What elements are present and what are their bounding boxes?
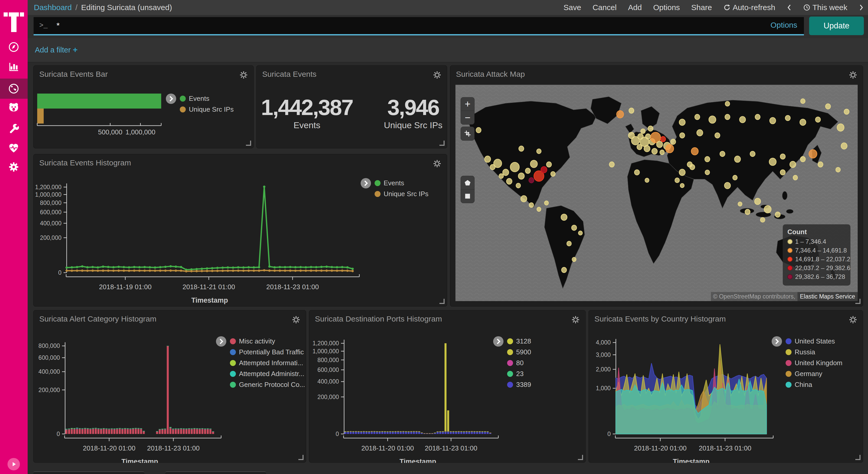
legend-dot-icon <box>507 371 513 377</box>
svg-text:200,000: 200,000 <box>38 387 60 393</box>
panel-events-by-country-histogram: Suricata Events by Country Histogram 01,… <box>588 310 863 463</box>
cancel-button[interactable]: Cancel <box>593 3 617 12</box>
legend-item[interactable]: United States <box>785 337 842 345</box>
panel-title: Suricata Events by Country Histogram <box>594 315 726 323</box>
panel-gear-icon[interactable] <box>848 70 858 80</box>
panel-alert-category-histogram: Suricata Alert Category Histogram 0200,0… <box>33 310 306 463</box>
world-map[interactable]: + − Count 1 – 7,346.47,346.4 – 14,691.81… <box>456 85 858 301</box>
map-legend-label: 29,382.6 – 36,728 <box>795 273 845 280</box>
save-button[interactable]: Save <box>563 3 581 12</box>
legend-item[interactable]: Generic Protocol Co... <box>230 381 305 389</box>
chevron-right-icon[interactable] <box>859 4 864 11</box>
legend-item[interactable]: Unique Src IPs <box>180 106 234 114</box>
legend-item[interactable]: Attempted Administr... <box>230 370 305 378</box>
bar-chart-icon[interactable] <box>8 61 20 72</box>
panel-gear-icon[interactable] <box>291 315 301 324</box>
legend-item[interactable]: Events <box>180 95 234 102</box>
panel-resize-handle[interactable] <box>246 141 251 146</box>
legend-label: 5900 <box>516 348 531 356</box>
map-attribution: © OpenStreetMap contributors, Elastic Ma… <box>711 292 858 301</box>
search-input[interactable]: >_ * Options <box>34 17 804 35</box>
svg-text:800,000: 800,000 <box>38 343 60 349</box>
legend-item[interactable]: Events <box>375 179 428 187</box>
map-legend: Count 1 – 7,346.47,346.4 – 14,691.814,69… <box>783 224 850 286</box>
legend-item[interactable]: Potentially Bad Traffic <box>230 348 305 356</box>
bear-icon[interactable] <box>8 101 20 114</box>
zoom-in-button[interactable]: + <box>461 97 474 111</box>
svg-text:1,000,000: 1,000,000 <box>313 348 339 355</box>
zoom-out-button[interactable]: − <box>461 111 474 124</box>
panel-gear-icon[interactable] <box>239 70 248 80</box>
panel-resize-handle[interactable] <box>855 299 861 304</box>
map-legend-dot-icon <box>787 265 793 271</box>
elastic-maps-attribution[interactable]: Elastic Maps Service <box>798 292 858 301</box>
draw-rectangle-button[interactable] <box>461 189 474 203</box>
panel-events-metric: Suricata Events 1,442,387 Events 3,946 U… <box>256 65 447 148</box>
legend-item[interactable]: 5900 <box>507 348 531 356</box>
breadcrumb-separator: / <box>75 3 78 12</box>
gear-icon[interactable] <box>8 161 20 173</box>
legend-label: Events <box>383 179 404 187</box>
legend-item[interactable]: Misc activity <box>230 337 305 345</box>
heartbeat-icon[interactable] <box>8 142 20 154</box>
sidebar-collapse-button[interactable] <box>7 458 20 470</box>
panel-resize-handle[interactable] <box>855 455 861 460</box>
panel-gear-icon[interactable] <box>432 159 442 168</box>
update-button[interactable]: Update <box>809 17 864 35</box>
draw-bounds-button[interactable] <box>461 127 474 140</box>
svg-text:2018-11-20 01:00: 2018-11-20 01:00 <box>362 444 414 452</box>
legend-label: 80 <box>516 359 524 367</box>
legend-toggle-icon[interactable] <box>216 336 226 347</box>
legend-item[interactable]: 23 <box>507 370 531 378</box>
map-legend-title: Count <box>787 228 846 236</box>
panel-resize-handle[interactable] <box>578 455 583 460</box>
panel-resize-handle[interactable] <box>439 299 444 304</box>
legend-toggle-icon[interactable] <box>166 94 176 104</box>
panel-gear-icon[interactable] <box>571 315 580 324</box>
svg-text:1,000: 1,000 <box>596 385 611 391</box>
svg-text:0: 0 <box>336 431 339 437</box>
legend-label: United Kingdom <box>795 359 842 367</box>
legend-item[interactable]: 3128 <box>507 337 531 345</box>
auto-refresh-button[interactable]: Auto-refresh <box>723 3 775 12</box>
add-button[interactable]: Add <box>628 3 642 12</box>
panel-resize-handle[interactable] <box>439 141 444 146</box>
add-filter-link[interactable]: Add a filter+ <box>35 45 78 55</box>
compass-icon[interactable] <box>8 41 20 53</box>
draw-polygon-button[interactable] <box>461 176 474 189</box>
legend-item[interactable]: 3389 <box>507 381 531 389</box>
breadcrumb-current: Editing Suricata (unsaved) <box>81 3 172 12</box>
options-button[interactable]: Options <box>653 3 680 12</box>
map-legend-label: 22,037.2 – 29,382.6 <box>795 264 850 272</box>
legend-item[interactable]: Attempted Informati... <box>230 359 305 367</box>
chevron-left-icon[interactable] <box>786 4 792 11</box>
map-legend-label: 7,346.4 – 14,691.8 <box>795 247 847 254</box>
legend-item[interactable]: Russia <box>785 348 842 356</box>
panel-gear-icon[interactable] <box>848 315 858 324</box>
panel-gear-icon[interactable] <box>432 70 442 80</box>
osm-attribution[interactable]: © OpenStreetMap contributors, <box>711 292 798 301</box>
legend-label: 23 <box>516 370 524 378</box>
share-button[interactable]: Share <box>691 3 712 12</box>
svg-text:1,000,000: 1,000,000 <box>35 191 61 198</box>
legend-toggle-icon[interactable] <box>361 178 371 188</box>
query-options-link[interactable]: Options <box>771 21 797 29</box>
legend-dot-icon <box>230 338 236 344</box>
legend-item[interactable]: China <box>785 381 842 389</box>
panel-events-bar: Suricata Events Bar 500,0001,000,000 Eve… <box>33 65 254 148</box>
gauge-icon[interactable] <box>8 83 20 95</box>
panel-resize-handle[interactable] <box>299 455 304 460</box>
wrench-icon[interactable] <box>8 122 20 134</box>
breadcrumb-dashboard-link[interactable]: Dashboard <box>34 3 72 12</box>
legend-toggle-icon[interactable] <box>493 336 503 347</box>
legend-dot-icon <box>507 349 513 355</box>
legend-item[interactable]: Germany <box>785 370 842 378</box>
legend-item[interactable]: United Kingdom <box>785 359 842 367</box>
legend-label: Events <box>189 95 210 102</box>
svg-text:200,000: 200,000 <box>317 394 339 401</box>
svg-text:Timestamp: Timestamp <box>673 458 709 463</box>
legend-item[interactable]: Unique Src IPs <box>375 190 428 198</box>
legend-item[interactable]: 80 <box>507 359 531 367</box>
legend-toggle-icon[interactable] <box>772 336 782 347</box>
time-range-picker[interactable]: This week <box>803 3 847 12</box>
